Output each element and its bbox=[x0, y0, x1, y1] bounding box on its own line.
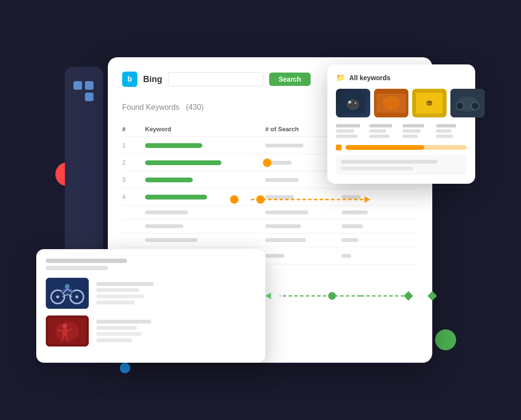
football-svg bbox=[46, 315, 89, 346]
football-text bbox=[96, 315, 256, 346]
comp-bar bbox=[342, 254, 351, 258]
comp-bar bbox=[342, 210, 368, 214]
svg-point-3 bbox=[354, 102, 356, 104]
bing-icon: b bbox=[122, 72, 137, 87]
svg-point-21 bbox=[65, 284, 70, 289]
col-keyword: Keyword bbox=[141, 126, 265, 133]
bing-label: Bing bbox=[143, 74, 162, 84]
search-bar bbox=[265, 238, 306, 242]
thumb-yellow: 🏟 bbox=[412, 89, 447, 117]
table-row: 4 bbox=[122, 189, 418, 206]
bottom-card bbox=[36, 249, 265, 363]
deco-circle-blue bbox=[120, 363, 130, 373]
logo-cell-2 bbox=[85, 81, 94, 90]
progress-track bbox=[345, 145, 467, 150]
thumb-soccer bbox=[336, 89, 370, 117]
right-card-title: 📁 All keywords bbox=[336, 73, 467, 82]
keyword-bar bbox=[145, 178, 193, 182]
svg-point-2 bbox=[348, 101, 351, 104]
orange-square bbox=[336, 145, 342, 150]
thumb-img-yellow: 🏟 bbox=[412, 89, 447, 117]
keyword-bar-gray bbox=[145, 210, 188, 214]
search-bar bbox=[265, 195, 294, 199]
search-bar bbox=[265, 210, 308, 214]
orange-dot-row2 bbox=[263, 158, 271, 167]
col-num: # bbox=[122, 126, 141, 133]
sidebar-logo bbox=[73, 81, 94, 102]
svg-text:🏟: 🏟 bbox=[426, 99, 433, 106]
yellow-svg: 🏟 bbox=[412, 89, 447, 117]
keyword-bar bbox=[145, 195, 207, 200]
moto-svg bbox=[450, 89, 485, 117]
logo-cell-4 bbox=[85, 93, 94, 101]
logo-cell-3 bbox=[73, 93, 82, 101]
comp-bar bbox=[342, 224, 363, 228]
soccer-svg bbox=[341, 93, 365, 114]
table-row bbox=[122, 206, 418, 220]
search-bar bbox=[265, 178, 299, 182]
logo-cell-1 bbox=[73, 81, 82, 90]
svg-point-6 bbox=[383, 96, 400, 110]
thumb-autumn bbox=[374, 89, 408, 117]
right-card-bottom bbox=[336, 155, 467, 175]
bottom-card-header bbox=[46, 259, 256, 270]
search-bar bbox=[265, 254, 284, 258]
right-card-progress bbox=[336, 145, 467, 150]
comp-bar bbox=[342, 195, 361, 199]
table-row bbox=[122, 220, 418, 233]
keyword-bar bbox=[145, 160, 221, 165]
folder-icon: 📁 bbox=[336, 73, 345, 82]
keyword-bar bbox=[145, 143, 202, 148]
comp-bar bbox=[342, 238, 358, 242]
svg-point-29 bbox=[63, 324, 67, 328]
right-panel-card: 📁 All keywords bbox=[327, 64, 475, 184]
progress-fill bbox=[345, 145, 424, 150]
svg-point-13 bbox=[471, 102, 479, 110]
svg-rect-30 bbox=[63, 328, 67, 336]
thumb-img-moto bbox=[450, 89, 485, 117]
images-row: 🏟 bbox=[336, 89, 467, 117]
search-bar bbox=[265, 224, 301, 228]
svg-point-18 bbox=[75, 295, 78, 298]
cycling-text bbox=[96, 278, 256, 309]
keyword-bar-gray bbox=[145, 224, 183, 228]
thumb-moto bbox=[450, 89, 485, 117]
bottom-card-item-cycling bbox=[46, 278, 256, 309]
table-row bbox=[122, 233, 418, 247]
deco-circle-green bbox=[435, 329, 456, 350]
svg-point-12 bbox=[456, 102, 464, 110]
thumb-img-autumn bbox=[374, 89, 408, 117]
right-card-text-grid bbox=[336, 124, 467, 138]
keyword-bar-gray bbox=[145, 238, 198, 242]
search-bar bbox=[265, 144, 303, 147]
football-thumb bbox=[46, 315, 89, 346]
bottom-card-item-football bbox=[46, 315, 256, 346]
autumn-svg bbox=[374, 89, 408, 117]
search-input[interactable] bbox=[168, 72, 263, 86]
svg-point-17 bbox=[56, 295, 59, 298]
cycling-thumb bbox=[46, 278, 89, 309]
search-button[interactable]: Search bbox=[269, 73, 311, 86]
thumb-img-soccer bbox=[336, 89, 370, 117]
cycling-svg bbox=[46, 278, 89, 309]
